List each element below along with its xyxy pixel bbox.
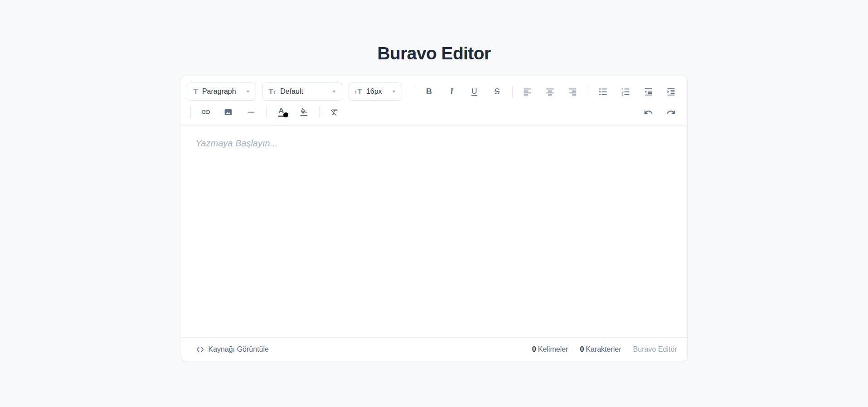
chevron-down-icon	[246, 90, 250, 93]
unordered-list-button[interactable]	[594, 84, 613, 99]
page-title: Buravo Editor	[0, 44, 868, 63]
strikethrough-button[interactable]: S	[488, 84, 507, 99]
font-size-value: 16px	[366, 87, 382, 96]
word-count: 0Kelimeler	[532, 345, 568, 354]
align-right-icon	[568, 87, 577, 97]
editor-content-area[interactable]: Yazmaya Başlayın...	[181, 126, 687, 337]
word-count-value: 0	[532, 345, 536, 353]
redo-button[interactable]	[662, 104, 681, 120]
align-left-button[interactable]	[518, 84, 537, 99]
align-group	[518, 84, 582, 99]
indent-button[interactable]	[662, 84, 681, 99]
text-style-icon: T	[194, 88, 198, 96]
page: { "page": { "title": "Buravo Editor", "b…	[0, 0, 868, 407]
current-color-dot	[283, 112, 288, 117]
insert-group	[196, 104, 261, 120]
text-color-button[interactable]: A	[272, 104, 291, 120]
brand-label: Buravo Editör	[633, 345, 677, 354]
align-center-button[interactable]	[541, 84, 560, 99]
format-group: B I U S	[420, 84, 507, 99]
char-count: 0Karakterler	[580, 345, 621, 354]
strikethrough-icon: S	[494, 87, 499, 97]
char-count-label: Karakterler	[586, 345, 621, 353]
align-right-button[interactable]	[563, 84, 582, 99]
outdent-icon	[644, 87, 653, 97]
char-count-value: 0	[580, 345, 584, 353]
underline-icon: U	[471, 87, 477, 96]
clear-format-button[interactable]	[325, 104, 344, 120]
font-size-icon: TT	[354, 88, 362, 96]
link-button[interactable]	[196, 104, 215, 120]
toolbar-row-2: A	[188, 104, 681, 120]
view-source-button[interactable]: Kaynağı Görüntüle	[196, 345, 269, 354]
toolbar-divider	[319, 106, 320, 118]
highlight-color-button[interactable]	[295, 104, 314, 120]
chevron-down-icon	[392, 90, 396, 93]
italic-button[interactable]: I	[442, 84, 461, 99]
editor-footer: Kaynağı Görüntüle 0Kelimeler 0Karakterle…	[181, 337, 687, 361]
toolbar-divider	[512, 86, 513, 97]
undo-icon	[644, 107, 653, 117]
editor-card: T Paragraph TT Default TT 16px	[181, 76, 688, 361]
color-group: A	[272, 104, 314, 120]
redo-icon	[666, 107, 676, 117]
underline-button[interactable]: U	[465, 84, 484, 99]
editor-placeholder: Yazmaya Başlayın...	[196, 138, 673, 149]
toolbar-divider	[266, 106, 267, 118]
indent-icon	[666, 87, 676, 97]
unordered-list-icon	[598, 87, 608, 97]
font-family-value: Default	[280, 87, 303, 96]
clear-format-icon	[330, 107, 339, 117]
bold-button[interactable]: B	[420, 84, 439, 99]
word-count-label: Kelimeler	[538, 345, 568, 353]
ordered-list-icon-number: 3	[622, 92, 624, 96]
footer-stats: 0Kelimeler 0Karakterler Buravo Editör	[532, 345, 677, 354]
font-family-dropdown[interactable]: TT Default	[262, 82, 342, 101]
highlight-color-icon	[299, 107, 309, 117]
align-left-icon	[523, 87, 532, 97]
horizontal-rule-icon	[246, 107, 256, 117]
link-icon	[201, 107, 211, 117]
view-source-label: Kaynağı Görüntüle	[209, 345, 269, 354]
code-icon	[196, 346, 204, 353]
align-center-icon	[545, 87, 555, 97]
history-group	[639, 104, 681, 120]
undo-button[interactable]	[639, 104, 658, 120]
ordered-list-icon: 1 2 3	[621, 87, 630, 97]
toolbar: T Paragraph TT Default TT 16px	[181, 76, 687, 126]
toolbar-divider	[588, 86, 588, 97]
font-size-dropdown[interactable]: TT 16px	[349, 82, 402, 101]
ordered-list-button[interactable]: 1 2 3	[616, 84, 635, 99]
toolbar-divider	[414, 86, 414, 97]
font-family-icon: TT	[268, 88, 276, 96]
toolbar-divider	[190, 106, 191, 118]
bold-icon: B	[426, 87, 432, 97]
italic-icon: I	[450, 87, 453, 97]
outdent-button[interactable]	[639, 84, 658, 99]
paragraph-style-dropdown[interactable]: T Paragraph	[188, 82, 257, 101]
toolbar-row-1: T Paragraph TT Default TT 16px	[188, 82, 681, 101]
horizontal-rule-button[interactable]	[242, 104, 261, 120]
chevron-down-icon	[332, 90, 336, 93]
list-group: 1 2 3	[594, 84, 681, 99]
image-icon	[223, 107, 233, 117]
image-button[interactable]	[219, 104, 238, 120]
paragraph-style-value: Paragraph	[202, 87, 236, 96]
